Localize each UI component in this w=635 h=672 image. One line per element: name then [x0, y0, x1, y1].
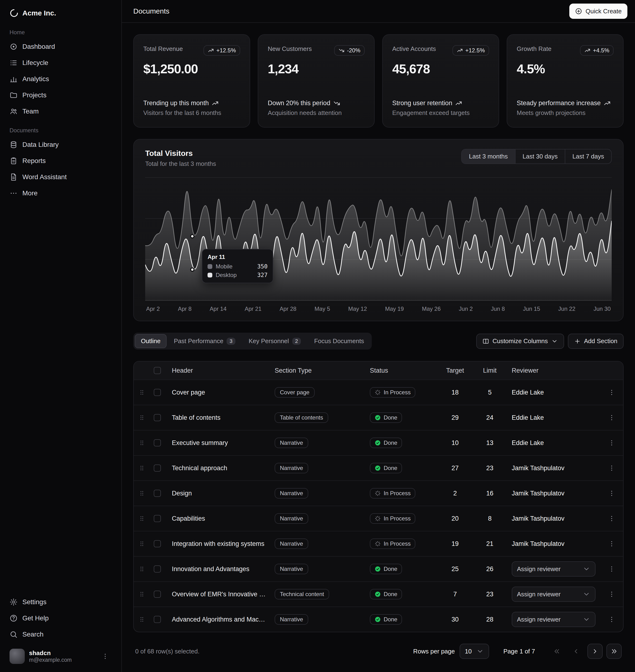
target-value[interactable]: 29	[438, 414, 472, 421]
row-checkbox[interactable]	[154, 565, 161, 573]
sidebar-item[interactable]: Projects	[6, 87, 116, 103]
row-header[interactable]: Overview of EMR's Innovative Solutions	[168, 590, 271, 598]
user-menu[interactable]: shadcn m@example.com	[6, 645, 116, 667]
row-header[interactable]: Design	[168, 490, 271, 497]
rows-per-page-select[interactable]: 10	[460, 644, 489, 659]
row-menu-button[interactable]	[605, 411, 618, 424]
row-menu-button[interactable]	[605, 512, 618, 525]
add-section-button[interactable]: Add Section	[568, 334, 623, 349]
sidebar-footer-item[interactable]: Settings	[6, 594, 116, 610]
target-value[interactable]: 19	[438, 540, 472, 547]
table-row: Overview of EMR's Innovative Solutions T…	[134, 581, 623, 607]
limit-value[interactable]: 21	[472, 540, 508, 547]
row-menu-button[interactable]	[605, 487, 618, 500]
row-menu-button[interactable]	[605, 537, 618, 551]
last-page-button[interactable]	[607, 644, 622, 659]
row-checkbox[interactable]	[154, 515, 161, 522]
sidebar-item[interactable]: Team	[6, 103, 116, 119]
view-tab[interactable]: Focus Documents	[308, 334, 370, 348]
row-menu-button[interactable]	[605, 587, 618, 601]
chart-plot-area[interactable]: Apr 11 Mobile 350 Desktop	[145, 177, 612, 301]
target-value[interactable]: 20	[438, 515, 472, 522]
row-checkbox[interactable]	[154, 616, 161, 623]
target-value[interactable]: 18	[438, 389, 472, 396]
row-checkbox[interactable]	[154, 465, 161, 472]
view-tab[interactable]: Outline	[135, 334, 167, 348]
sidebar-item[interactable]: Data Library	[6, 137, 116, 153]
range-toggle[interactable]: Last 30 days	[515, 150, 565, 163]
view-tab[interactable]: Past Performance 3	[168, 334, 241, 348]
sidebar-item[interactable]: Reports	[6, 153, 116, 169]
target-value[interactable]: 30	[438, 616, 472, 623]
first-page-button[interactable]	[549, 644, 565, 659]
drag-handle[interactable]	[134, 465, 150, 472]
row-header[interactable]: Technical approach	[168, 465, 271, 472]
row-header[interactable]: Integration with existing systems	[168, 540, 271, 547]
row-checkbox[interactable]	[154, 590, 161, 598]
view-tab[interactable]: Key Personnel 2	[243, 334, 307, 348]
quick-create-button[interactable]: Quick Create	[569, 4, 627, 19]
row-checkbox[interactable]	[154, 490, 161, 497]
prev-page-button[interactable]	[568, 644, 584, 659]
drag-handle[interactable]	[134, 389, 150, 396]
select-all-checkbox[interactable]	[154, 367, 161, 374]
row-header[interactable]: Advanced Algorithms and Machine Learning	[168, 616, 271, 623]
column-header: Header	[168, 367, 271, 374]
sidebar-item[interactable]: Analytics	[6, 71, 116, 87]
column-header: Reviewer	[508, 367, 601, 374]
limit-value[interactable]: 5	[472, 389, 508, 396]
row-checkbox[interactable]	[154, 439, 161, 446]
range-toggle[interactable]: Last 7 days	[565, 150, 611, 163]
target-value[interactable]: 10	[438, 439, 472, 447]
row-header[interactable]: Cover page	[168, 389, 271, 396]
target-value[interactable]: 2	[438, 490, 472, 497]
row-checkbox[interactable]	[154, 540, 161, 547]
sidebar-item[interactable]: Dashboard	[6, 39, 116, 55]
limit-value[interactable]: 13	[472, 439, 508, 447]
limit-value[interactable]: 24	[472, 414, 508, 421]
limit-value[interactable]: 23	[472, 590, 508, 598]
drag-handle[interactable]	[134, 565, 150, 573]
target-value[interactable]: 25	[438, 565, 472, 573]
row-menu-button[interactable]	[605, 462, 618, 475]
sidebar-footer-item[interactable]: Search	[6, 626, 116, 643]
drag-handle[interactable]	[134, 414, 150, 421]
sidebar-item[interactable]: Lifecycle	[6, 55, 116, 71]
limit-value[interactable]: 23	[472, 465, 508, 472]
drag-handle[interactable]	[134, 590, 150, 598]
row-header[interactable]: Innovation and Advantages	[168, 565, 271, 573]
sidebar-item[interactable]: More	[6, 185, 116, 201]
assign-reviewer-select[interactable]: Assign reviewer	[512, 587, 595, 602]
assign-reviewer-select[interactable]: Assign reviewer	[512, 612, 595, 627]
user-menu-button[interactable]	[98, 650, 112, 663]
range-toggle[interactable]: Last 3 months	[462, 150, 515, 163]
next-page-button[interactable]	[587, 644, 603, 659]
row-menu-button[interactable]	[605, 613, 618, 626]
row-checkbox[interactable]	[154, 389, 161, 396]
limit-value[interactable]: 8	[472, 515, 508, 522]
row-header[interactable]: Executive summary	[168, 439, 271, 447]
row-header[interactable]: Capabilities	[168, 515, 271, 522]
row-menu-button[interactable]	[605, 436, 618, 449]
brand[interactable]: Acme Inc.	[6, 5, 116, 21]
drag-handle[interactable]	[134, 490, 150, 497]
sidebar-item[interactable]: Word Assistant	[6, 169, 116, 185]
row-header[interactable]: Table of contents	[168, 414, 271, 421]
customize-columns-button[interactable]: Customize Columns	[476, 334, 564, 349]
row-menu-button[interactable]	[605, 386, 618, 399]
status-badge: Done	[370, 412, 402, 423]
target-value[interactable]: 27	[438, 465, 472, 472]
x-axis-tick: Apr 14	[210, 306, 226, 312]
drag-handle[interactable]	[134, 439, 150, 446]
drag-handle[interactable]	[134, 515, 150, 522]
target-value[interactable]: 7	[438, 590, 472, 598]
drag-handle[interactable]	[134, 616, 150, 623]
row-checkbox[interactable]	[154, 414, 161, 421]
row-menu-button[interactable]	[605, 562, 618, 576]
limit-value[interactable]: 28	[472, 616, 508, 623]
drag-handle[interactable]	[134, 540, 150, 547]
limit-value[interactable]: 26	[472, 565, 508, 573]
assign-reviewer-select[interactable]: Assign reviewer	[512, 561, 595, 577]
sidebar-footer-item[interactable]: Get Help	[6, 610, 116, 626]
limit-value[interactable]: 16	[472, 490, 508, 497]
